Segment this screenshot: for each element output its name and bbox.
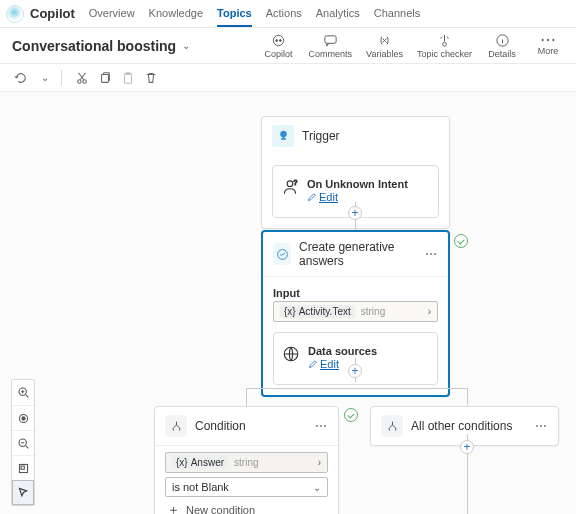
top-navigation: Overview Knowledge Topics Actions Analyt…	[89, 0, 421, 27]
tool-details[interactable]: Details	[486, 33, 518, 59]
more-icon: ⋯	[540, 35, 557, 45]
pencil-icon	[307, 193, 316, 202]
delete-button[interactable]	[143, 70, 158, 85]
nav-actions[interactable]: Actions	[266, 0, 302, 27]
svg-rect-19	[21, 466, 24, 469]
zoom-out-button[interactable]	[12, 430, 34, 455]
comments-icon	[323, 33, 338, 48]
allother-title: All other conditions	[411, 419, 512, 433]
datasources-label: Data sources	[308, 345, 377, 357]
nav-analytics[interactable]: Analytics	[316, 0, 360, 27]
cut-button[interactable]	[74, 70, 89, 85]
nav-overview[interactable]: Overview	[89, 0, 135, 27]
validation-ok-badge	[454, 234, 468, 248]
generative-input-field[interactable]: {x} Activity.Text string ›	[273, 301, 438, 322]
validation-ok-badge	[344, 408, 358, 422]
minimap-button[interactable]	[12, 455, 34, 480]
copy-button[interactable]	[97, 70, 112, 85]
add-node-button[interactable]	[348, 364, 362, 378]
generative-icon	[273, 243, 291, 265]
add-node-button[interactable]	[348, 206, 362, 220]
variable-type: string	[361, 306, 385, 317]
brand-label: Copilot	[30, 6, 75, 21]
svg-point-1	[276, 39, 278, 41]
page-header-bar: Conversational boosting ⌄ Copilot Commen…	[0, 28, 576, 64]
chevron-right-icon[interactable]: ›	[428, 306, 431, 317]
tool-variables-label: Variables	[366, 49, 403, 59]
variable-tag: {x} Answer	[172, 456, 228, 469]
node-menu-button[interactable]: ⋯	[535, 419, 548, 433]
undo-button[interactable]	[12, 70, 27, 85]
svg-rect-9	[124, 73, 131, 83]
page-title: Conversational boosting	[12, 38, 176, 54]
chevron-down-icon[interactable]: ⌄	[182, 40, 190, 51]
connector	[467, 388, 468, 408]
nav-topics[interactable]: Topics	[217, 0, 252, 27]
variable-brackets-icon: {x}	[176, 457, 188, 468]
svg-point-15	[21, 416, 24, 419]
variable-type: string	[234, 457, 258, 468]
connector	[246, 388, 247, 408]
topic-checker-icon	[437, 33, 452, 48]
tool-copilot-label: Copilot	[265, 49, 293, 59]
svg-point-7	[82, 79, 86, 83]
trigger-title: Trigger	[302, 129, 340, 143]
tool-copilot[interactable]: Copilot	[263, 33, 295, 59]
editing-toolbar: ⌄	[0, 64, 576, 92]
copilot-logo-icon	[6, 5, 24, 23]
condition-icon	[381, 415, 403, 437]
details-icon	[495, 33, 510, 48]
add-condition-button[interactable]: ＋ New condition	[165, 497, 328, 514]
svg-point-2	[280, 39, 282, 41]
trigger-icon	[272, 125, 294, 147]
topbar: Copilot Overview Knowledge Topics Action…	[0, 0, 576, 28]
node-menu-button[interactable]: ⋯	[425, 247, 438, 261]
svg-rect-3	[325, 35, 336, 43]
node-condition[interactable]: Condition ⋯ {x} Answer string › is not B…	[154, 406, 339, 514]
nav-knowledge[interactable]: Knowledge	[149, 0, 203, 27]
variable-tag: {x} Activity.Text	[280, 305, 355, 318]
trigger-item-label: On Unknown Intent	[307, 178, 408, 190]
tool-topic-checker-label: Topic checker	[417, 49, 472, 59]
nav-channels[interactable]: Channels	[374, 0, 420, 27]
variable-brackets-icon: {x}	[284, 306, 296, 317]
generative-input-label: Input	[273, 287, 438, 299]
condition-icon	[165, 415, 187, 437]
tool-more[interactable]: ⋯ More	[532, 35, 564, 56]
condition-title: Condition	[195, 419, 246, 433]
branch-line	[246, 388, 468, 389]
datasources-edit-link[interactable]: Edit	[308, 358, 339, 370]
tool-comments-label: Comments	[309, 49, 353, 59]
globe-icon	[282, 345, 300, 363]
tool-topic-checker[interactable]: Topic checker	[417, 33, 472, 59]
tool-variables[interactable]: Variables	[366, 33, 403, 59]
tool-comments[interactable]: Comments	[309, 33, 353, 59]
canvas-zoom-dock	[11, 379, 35, 506]
svg-point-4	[443, 42, 447, 46]
svg-point-11	[287, 181, 293, 187]
svg-rect-8	[101, 74, 108, 82]
tool-details-label: Details	[488, 49, 516, 59]
authoring-canvas[interactable]: Trigger ? On Unknown Intent Edit	[0, 92, 576, 514]
generative-title: Create generative answers	[299, 240, 417, 268]
undo-dropdown-icon[interactable]: ⌄	[41, 72, 49, 83]
add-node-button[interactable]	[460, 440, 474, 454]
trigger-edit-link[interactable]: Edit	[307, 191, 338, 203]
svg-point-0	[273, 35, 283, 45]
zoom-in-button[interactable]	[12, 380, 34, 405]
condition-variable-field[interactable]: {x} Answer string ›	[165, 452, 328, 473]
chevron-down-icon: ⌄	[313, 482, 321, 493]
chevron-right-icon[interactable]: ›	[318, 457, 321, 468]
plus-icon: ＋	[167, 501, 180, 514]
header-tools: Copilot Comments Variables Topic checker…	[263, 33, 564, 59]
reset-view-button[interactable]	[12, 405, 34, 430]
variables-icon	[377, 33, 392, 48]
condition-operator-dropdown[interactable]: is not Blank ⌄	[165, 477, 328, 497]
pan-mode-button[interactable]	[12, 480, 34, 505]
unknown-intent-icon: ?	[281, 178, 299, 196]
copilot-icon	[271, 33, 286, 48]
node-menu-button[interactable]: ⋯	[315, 419, 328, 433]
paste-button[interactable]	[120, 70, 135, 85]
svg-point-6	[77, 79, 81, 83]
pencil-icon	[308, 360, 317, 369]
